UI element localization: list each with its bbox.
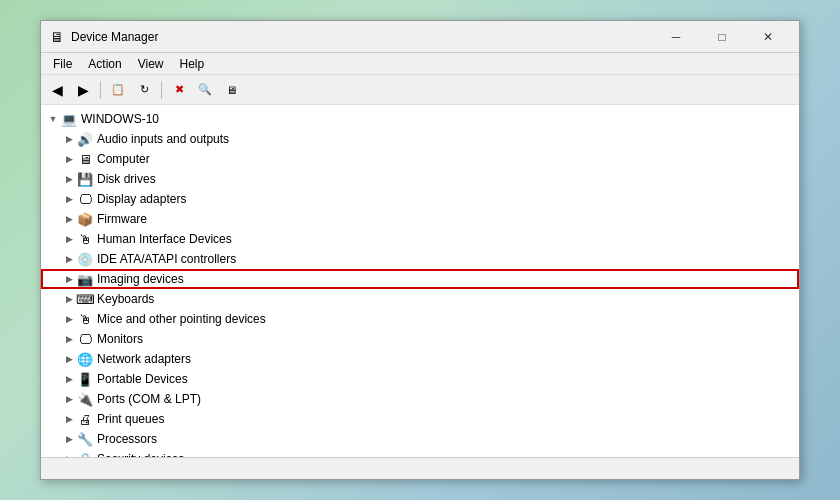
tree-root[interactable]: ▼ 💻 WINDOWS-10 bbox=[41, 109, 799, 129]
toolbar-sep-2 bbox=[161, 81, 162, 99]
monitors-icon: 🖵 bbox=[77, 331, 93, 347]
mice-expand-icon[interactable]: ▶ bbox=[61, 311, 77, 327]
root-icon: 💻 bbox=[61, 111, 77, 127]
root-label: WINDOWS-10 bbox=[81, 112, 159, 126]
ports-label: Ports (COM & LPT) bbox=[97, 392, 201, 406]
keyboards-label: Keyboards bbox=[97, 292, 154, 306]
tree-item-hid[interactable]: ▶ 🖱 Human Interface Devices bbox=[41, 229, 799, 249]
tree-item-imaging[interactable]: ▶ 📷 Imaging devices bbox=[41, 269, 799, 289]
minimize-button[interactable]: ─ bbox=[653, 21, 699, 53]
network-label: Network adapters bbox=[97, 352, 191, 366]
title-bar: 🖥 Device Manager ─ □ ✕ bbox=[41, 21, 799, 53]
tree-item-mice[interactable]: ▶ 🖱 Mice and other pointing devices bbox=[41, 309, 799, 329]
monitors-label: Monitors bbox=[97, 332, 143, 346]
tree-item-network[interactable]: ▶ 🌐 Network adapters bbox=[41, 349, 799, 369]
menu-bar: File Action View Help bbox=[41, 53, 799, 75]
tree-item-computer[interactable]: ▶ 🖥 Computer bbox=[41, 149, 799, 169]
window-controls: ─ □ ✕ bbox=[653, 21, 791, 53]
tree-item-security[interactable]: ▶ 🔒 Security devices bbox=[41, 449, 799, 457]
firmware-label: Firmware bbox=[97, 212, 147, 226]
firmware-expand-icon[interactable]: ▶ bbox=[61, 211, 77, 227]
status-bar bbox=[41, 457, 799, 479]
tree-item-portable[interactable]: ▶ 📱 Portable Devices bbox=[41, 369, 799, 389]
disk-icon: 💾 bbox=[77, 171, 93, 187]
menu-view[interactable]: View bbox=[130, 55, 172, 73]
portable-icon: 📱 bbox=[77, 371, 93, 387]
print-label: Print queues bbox=[97, 412, 164, 426]
hid-expand-icon[interactable]: ▶ bbox=[61, 231, 77, 247]
scan-button[interactable]: 🔍 bbox=[193, 78, 217, 102]
ports-icon: 🔌 bbox=[77, 391, 93, 407]
computer-icon: 🖥 bbox=[77, 151, 93, 167]
print-icon: 🖨 bbox=[77, 411, 93, 427]
audio-label: Audio inputs and outputs bbox=[97, 132, 229, 146]
menu-help[interactable]: Help bbox=[172, 55, 213, 73]
window-title: Device Manager bbox=[71, 30, 653, 44]
audio-expand-icon[interactable]: ▶ bbox=[61, 131, 77, 147]
hid-icon: 🖱 bbox=[77, 231, 93, 247]
device-manager-window: 🖥 Device Manager ─ □ ✕ File Action View … bbox=[40, 20, 800, 480]
tree-item-disk[interactable]: ▶ 💾 Disk drives bbox=[41, 169, 799, 189]
processors-expand-icon[interactable]: ▶ bbox=[61, 431, 77, 447]
device-tree[interactable]: ▼ 💻 WINDOWS-10 ▶ 🔊 Audio inputs and outp… bbox=[41, 105, 799, 457]
window-icon: 🖥 bbox=[49, 29, 65, 45]
hid-label: Human Interface Devices bbox=[97, 232, 232, 246]
tree-item-print[interactable]: ▶ 🖨 Print queues bbox=[41, 409, 799, 429]
forward-button[interactable]: ▶ bbox=[71, 78, 95, 102]
imaging-expand-icon[interactable]: ▶ bbox=[61, 271, 77, 287]
tree-item-keyboards[interactable]: ▶ ⌨ Keyboards bbox=[41, 289, 799, 309]
ide-label: IDE ATA/ATAPI controllers bbox=[97, 252, 236, 266]
tree-item-audio[interactable]: ▶ 🔊 Audio inputs and outputs bbox=[41, 129, 799, 149]
display-icon: 🖵 bbox=[77, 191, 93, 207]
ide-icon: 💿 bbox=[77, 251, 93, 267]
uninstall-button[interactable]: ✖ bbox=[167, 78, 191, 102]
close-button[interactable]: ✕ bbox=[745, 21, 791, 53]
portable-expand-icon[interactable]: ▶ bbox=[61, 371, 77, 387]
tree-item-ports[interactable]: ▶ 🔌 Ports (COM & LPT) bbox=[41, 389, 799, 409]
computer-expand-icon[interactable]: ▶ bbox=[61, 151, 77, 167]
network-expand-icon[interactable]: ▶ bbox=[61, 351, 77, 367]
monitor-button[interactable]: 🖥 bbox=[219, 78, 243, 102]
network-icon: 🌐 bbox=[77, 351, 93, 367]
ide-expand-icon[interactable]: ▶ bbox=[61, 251, 77, 267]
mice-label: Mice and other pointing devices bbox=[97, 312, 266, 326]
tree-item-ide[interactable]: ▶ 💿 IDE ATA/ATAPI controllers bbox=[41, 249, 799, 269]
monitors-expand-icon[interactable]: ▶ bbox=[61, 331, 77, 347]
firmware-icon: 📦 bbox=[77, 211, 93, 227]
keyboards-icon: ⌨ bbox=[77, 291, 93, 307]
mice-icon: 🖱 bbox=[77, 311, 93, 327]
menu-action[interactable]: Action bbox=[80, 55, 129, 73]
imaging-icon: 📷 bbox=[77, 271, 93, 287]
portable-label: Portable Devices bbox=[97, 372, 188, 386]
tree-item-monitors[interactable]: ▶ 🖵 Monitors bbox=[41, 329, 799, 349]
processors-icon: 🔧 bbox=[77, 431, 93, 447]
tree-item-processors[interactable]: ▶ 🔧 Processors bbox=[41, 429, 799, 449]
disk-label: Disk drives bbox=[97, 172, 156, 186]
toolbar-sep-1 bbox=[100, 81, 101, 99]
root-expand-icon[interactable]: ▼ bbox=[45, 111, 61, 127]
content-area: ▼ 💻 WINDOWS-10 ▶ 🔊 Audio inputs and outp… bbox=[41, 105, 799, 457]
processors-label: Processors bbox=[97, 432, 157, 446]
display-label: Display adapters bbox=[97, 192, 186, 206]
update-button[interactable]: ↻ bbox=[132, 78, 156, 102]
maximize-button[interactable]: □ bbox=[699, 21, 745, 53]
imaging-label: Imaging devices bbox=[97, 272, 184, 286]
toolbar: ◀ ▶ 📋 ↻ ✖ 🔍 🖥 bbox=[41, 75, 799, 105]
computer-label: Computer bbox=[97, 152, 150, 166]
tree-item-firmware[interactable]: ▶ 📦 Firmware bbox=[41, 209, 799, 229]
audio-icon: 🔊 bbox=[77, 131, 93, 147]
tree-item-display[interactable]: ▶ 🖵 Display adapters bbox=[41, 189, 799, 209]
print-expand-icon[interactable]: ▶ bbox=[61, 411, 77, 427]
properties-button[interactable]: 📋 bbox=[106, 78, 130, 102]
ports-expand-icon[interactable]: ▶ bbox=[61, 391, 77, 407]
menu-file[interactable]: File bbox=[45, 55, 80, 73]
disk-expand-icon[interactable]: ▶ bbox=[61, 171, 77, 187]
display-expand-icon[interactable]: ▶ bbox=[61, 191, 77, 207]
back-button[interactable]: ◀ bbox=[45, 78, 69, 102]
